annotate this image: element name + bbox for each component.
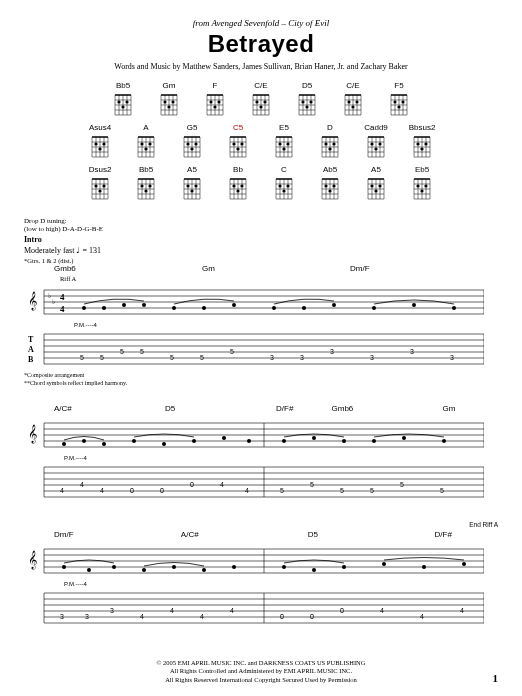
svg-text:5: 5 xyxy=(310,481,314,488)
svg-point-323 xyxy=(452,306,456,310)
pm-marking: P.M.----4 xyxy=(64,581,87,587)
svg-point-357 xyxy=(62,442,66,446)
svg-point-62 xyxy=(301,100,304,103)
chord-symbol: D/F# xyxy=(276,404,332,413)
chord-box: E5 xyxy=(264,123,304,161)
svg-point-218 xyxy=(140,184,143,187)
chord-symbol xyxy=(110,404,166,413)
chord-symbol: A/C# xyxy=(181,530,244,539)
chord-box: Cadd9 xyxy=(356,123,396,161)
svg-point-23 xyxy=(163,100,166,103)
svg-text:4: 4 xyxy=(230,607,234,614)
svg-text:4: 4 xyxy=(60,292,65,302)
svg-point-283 xyxy=(370,184,373,187)
page-number: 1 xyxy=(493,672,499,684)
chord-symbol: Gmb6 xyxy=(54,264,128,273)
chord-name: Asus4 xyxy=(89,123,111,132)
svg-point-368 xyxy=(372,439,376,443)
svg-text:5: 5 xyxy=(230,348,234,355)
notation-staff: 𝄞 xyxy=(24,415,484,455)
chord-name: Ab5 xyxy=(323,165,337,174)
svg-text:𝄞: 𝄞 xyxy=(28,424,37,444)
credits: Words and Music by Matthew Sanders, Jame… xyxy=(24,62,498,71)
chord-name: D xyxy=(327,123,333,132)
chord-symbol xyxy=(387,404,443,413)
svg-text:5: 5 xyxy=(440,487,444,494)
chord-box: A xyxy=(126,123,166,161)
svg-point-361 xyxy=(162,442,166,446)
music-system-1: *Gtrs. 1 & 2 (dist.) Gmb6GmDm/F Riff A 𝄞… xyxy=(24,257,498,386)
chord-box: Ab5 xyxy=(310,165,350,203)
svg-point-102 xyxy=(98,147,101,150)
chord-box: Bb xyxy=(218,165,258,203)
svg-point-318 xyxy=(272,306,276,310)
svg-text:4: 4 xyxy=(245,487,249,494)
svg-point-103 xyxy=(102,142,105,145)
pm-marking: P.M.----4 xyxy=(74,322,97,328)
chord-diagram-icon xyxy=(410,175,434,203)
svg-point-114 xyxy=(140,142,143,145)
chord-diagram-icon xyxy=(111,91,135,119)
svg-point-363 xyxy=(222,436,226,440)
chord-diagram-icon xyxy=(203,91,227,119)
music-system-2: A/C#D5D/F#Gmb6Gm 𝄞 P.M.----4 xyxy=(24,404,498,503)
staff-block: 𝄞 ♭♭ 44 P.M.----4 T A B 5555 xyxy=(24,282,498,370)
svg-text:♭: ♭ xyxy=(52,298,55,306)
svg-point-179 xyxy=(370,142,373,145)
svg-point-220 xyxy=(148,184,151,187)
chord-name: C/E xyxy=(254,81,267,90)
svg-point-219 xyxy=(144,189,147,192)
footer-line-3: All Rights Reserved International Copyri… xyxy=(24,676,498,684)
svg-point-408 xyxy=(202,568,206,572)
svg-point-51 xyxy=(263,100,266,103)
footer-line-2: All Rights Controlled and Administered b… xyxy=(24,667,498,675)
svg-point-410 xyxy=(282,565,286,569)
end-riff-label: End Riff A xyxy=(435,521,498,528)
svg-point-296 xyxy=(416,184,419,187)
svg-point-166 xyxy=(324,142,327,145)
chord-labels: Dm/FA/C#D5D/F# xyxy=(24,530,498,539)
svg-text:B: B xyxy=(28,355,34,364)
tuning: Drop D tuning: (low to high) D-A-D-G-B-E xyxy=(24,217,498,233)
svg-text:4: 4 xyxy=(100,487,104,494)
svg-point-364 xyxy=(247,439,251,443)
svg-point-314 xyxy=(142,303,146,307)
svg-text:5: 5 xyxy=(340,487,344,494)
svg-point-259 xyxy=(286,184,289,187)
chord-symbol xyxy=(128,264,202,273)
svg-point-406 xyxy=(142,568,146,572)
chord-name: A5 xyxy=(371,165,381,174)
svg-point-321 xyxy=(372,306,376,310)
chord-row: Bb5 Gm F xyxy=(51,81,471,119)
header: from Avenged Sevenfold – City of Evil Be… xyxy=(24,18,498,71)
svg-point-313 xyxy=(122,303,126,307)
svg-text:3: 3 xyxy=(110,607,114,614)
svg-text:𝄞: 𝄞 xyxy=(28,291,37,311)
chord-name: Cadd9 xyxy=(364,123,388,132)
notation-staff: 𝄞 ♭♭ 44 xyxy=(24,282,484,322)
svg-point-405 xyxy=(112,565,116,569)
svg-point-322 xyxy=(412,303,416,307)
svg-point-142 xyxy=(240,142,243,145)
chord-box: C xyxy=(264,165,304,203)
svg-text:3: 3 xyxy=(450,354,454,361)
svg-text:0: 0 xyxy=(340,607,344,614)
chord-name: Bb xyxy=(233,165,243,174)
svg-point-10 xyxy=(117,100,120,103)
svg-text:3: 3 xyxy=(270,354,274,361)
svg-point-359 xyxy=(102,442,106,446)
chord-diagram-icon xyxy=(88,133,112,161)
svg-point-362 xyxy=(192,439,196,443)
chord-name: F5 xyxy=(394,81,403,90)
chord-box: C/E xyxy=(241,81,281,119)
svg-text:3: 3 xyxy=(60,613,64,620)
page-title: Betrayed xyxy=(24,30,498,58)
staff-block: 𝄞 P.M.----4 333 444 4 000 xyxy=(24,541,498,629)
svg-point-409 xyxy=(232,565,236,569)
svg-text:4: 4 xyxy=(140,613,144,620)
chord-diagram-icon xyxy=(364,133,388,161)
chord-box: Gm xyxy=(149,81,189,119)
footnote-2: **Chord symbols reflect implied harmony. xyxy=(24,380,498,386)
tuning-detail: (low to high) D-A-D-G-B-E xyxy=(24,225,103,233)
chord-box: C5 xyxy=(218,123,258,161)
